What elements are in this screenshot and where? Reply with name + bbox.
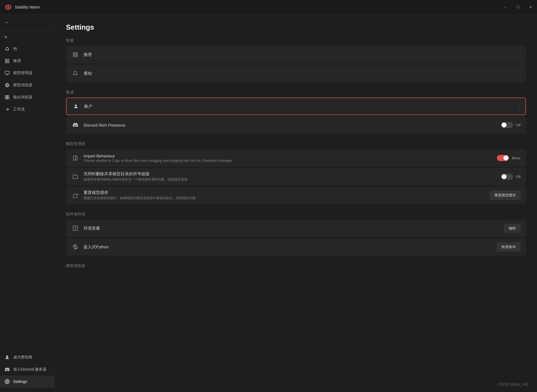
- svg-rect-12: [7, 98, 9, 99]
- sidebar-item-inference-label: 推理: [13, 59, 21, 63]
- sidebar-item-settings-label: Settings: [13, 379, 27, 384]
- refresh-icon: [71, 191, 79, 199]
- settings-row-inference[interactable]: 推理 ›: [66, 46, 526, 63]
- sidebar-item-workflows-label: 工作流: [13, 107, 25, 112]
- svg-point-13: [6, 355, 8, 358]
- sidebar-item-workflows[interactable]: 工作流: [0, 103, 55, 115]
- settings-panel: Settings 常规 推理 ›: [55, 14, 537, 392]
- notifications-row-right: ›: [519, 71, 521, 76]
- import-behaviour-toggle[interactable]: [497, 155, 509, 161]
- reset-cache-row-title: 重置模型缓存: [84, 190, 490, 195]
- close-button[interactable]: ✕: [524, 0, 537, 14]
- output-browser-icon: [4, 94, 10, 100]
- terminal-icon: [71, 224, 79, 232]
- reset-cache-row-content: 重置模型缓存 重建已安装模型的缓存。如果模型在模型浏览器中被错误标注，则使用此功…: [84, 190, 490, 201]
- svg-rect-5: [5, 62, 7, 63]
- svg-point-19: [75, 104, 77, 106]
- svg-rect-16: [76, 53, 77, 54]
- section-label-integrations: 集成: [66, 90, 526, 95]
- sidebar-bottom: 成为赞助商 加入Discord 服务器 Settings: [0, 349, 55, 390]
- embedded-python-row-title: 嵌入式Python: [84, 244, 497, 250]
- discord-rich-toggle[interactable]: [501, 122, 513, 128]
- embedded-python-row-content: 嵌入式Python: [84, 244, 497, 250]
- svg-rect-11: [5, 98, 7, 99]
- import-behaviour-toggle-label: Move: [512, 156, 521, 160]
- inference-row-content: 推理: [84, 52, 519, 57]
- window-controls: – ☐ ✕: [499, 0, 537, 14]
- sidebar-item-settings[interactable]: Settings: [0, 376, 55, 388]
- import-behaviour-row-content: Import Behaviour Choose whether to Copy …: [84, 154, 497, 163]
- sidebar: ← ≡ 包 推理: [0, 14, 55, 392]
- discord-rich-icon: [71, 121, 79, 129]
- sidebar-item-output-browser[interactable]: 输出浏览器: [0, 91, 55, 103]
- sidebar-item-inference[interactable]: 推理: [0, 55, 55, 67]
- python-icon: [71, 243, 79, 251]
- discord-rich-row-title: Discord Rich Presence: [84, 123, 501, 127]
- env-vars-row-title: 环境变量: [84, 226, 504, 231]
- settings-row-accounts[interactable]: 账户 ›: [66, 98, 526, 115]
- discord-rich-toggle-knob: [502, 123, 506, 127]
- accounts-row-content: 账户: [84, 104, 519, 109]
- settings-row-import-behaviour[interactable]: Import Behaviour Choose whether to Copy …: [66, 149, 526, 167]
- reset-cache-row-subtitle: 重建已安装模型的缓存。如果模型在模型浏览器中被错误标注，则使用此功能: [84, 196, 490, 201]
- svg-rect-23: [73, 226, 78, 231]
- inference-icon: [4, 58, 10, 64]
- settings-row-discord-rich[interactable]: Discord Rich Presence Off: [66, 116, 526, 134]
- notifications-chevron: ›: [519, 71, 521, 76]
- svg-rect-15: [73, 53, 75, 54]
- sidebar-item-model-manager[interactable]: 模型管理器: [0, 67, 55, 79]
- import-behaviour-row-title: Import Behaviour: [84, 154, 497, 158]
- maximize-button[interactable]: ☐: [512, 0, 524, 14]
- symlinks-row-subtitle: 如果您在将Stability Matrix移至另一个驱动器时遇到问题，请选择此选…: [84, 177, 501, 182]
- svg-rect-9: [5, 95, 7, 97]
- minimize-button[interactable]: –: [499, 0, 512, 14]
- person-icon: [72, 102, 80, 110]
- discord-icon: [4, 367, 10, 372]
- back-icon: ←: [4, 20, 9, 26]
- section-label-general: 常规: [66, 38, 526, 43]
- import-behaviour-toggle-knob: [503, 155, 508, 160]
- watermark: CSDN @ako_542: [498, 382, 529, 387]
- settings-row-env-vars[interactable]: 环境变量 编辑: [66, 219, 526, 237]
- symlinks-row-content: 关闭时删除共享模型目录的符号链接 如果您在将Stability Matrix移至…: [84, 171, 501, 182]
- svg-rect-4: [8, 59, 9, 60]
- workflows-icon: [4, 107, 10, 112]
- sidebar-hamburger-button[interactable]: ≡: [0, 31, 55, 43]
- settings-row-notifications[interactable]: 通知 ›: [66, 65, 526, 82]
- sidebar-back-button[interactable]: ←: [0, 16, 55, 29]
- sidebar-item-packages[interactable]: 包: [0, 43, 55, 55]
- symlinks-row-right: Off: [501, 174, 521, 180]
- svg-point-14: [7, 381, 8, 382]
- sidebar-item-patreon-label: 成为赞助商: [13, 355, 32, 360]
- inference-chevron: ›: [519, 52, 521, 57]
- import-behaviour-row-subtitle: Choose whether to Copy or Move files whe…: [84, 159, 497, 163]
- sidebar-item-model-browser[interactable]: 模型浏览器: [0, 79, 55, 91]
- embedded-python-button[interactable]: 检查版本: [497, 243, 521, 251]
- import-icon: [71, 154, 79, 162]
- model-manager-icon: [4, 70, 10, 76]
- section-label-model-manager: 模型管理器: [66, 141, 526, 146]
- discord-rich-toggle-label: Off: [516, 123, 521, 127]
- discord-rich-row-right: Off: [501, 122, 521, 128]
- section-label-model-browser: 模型浏览器: [66, 263, 526, 268]
- bell-icon: [71, 69, 79, 77]
- notifications-row-content: 通知: [84, 71, 519, 76]
- settings-title: Settings: [66, 23, 526, 32]
- section-label-software-env: 软件包环境: [66, 212, 526, 217]
- sidebar-item-discord[interactable]: 加入Discord 服务器: [0, 363, 55, 376]
- hamburger-icon: ≡: [4, 35, 7, 40]
- sidebar-item-model-browser-label: 模型浏览器: [13, 83, 32, 88]
- settings-row-embedded-python[interactable]: 嵌入式Python 检查版本: [66, 238, 526, 256]
- inference-row-right: ›: [519, 52, 521, 57]
- sidebar-item-packages-label: 包: [13, 46, 17, 51]
- env-vars-button[interactable]: 编辑: [504, 224, 521, 233]
- reset-cache-button[interactable]: 重置模型缓存: [490, 191, 521, 200]
- env-vars-row-content: 环境变量: [84, 226, 504, 231]
- accounts-chevron: ›: [519, 104, 520, 109]
- titlebar: Stability Matrix – ☐ ✕: [0, 0, 537, 14]
- sidebar-item-patreon[interactable]: 成为赞助商: [0, 351, 55, 363]
- settings-row-reset-cache[interactable]: 重置模型缓存 重建已安装模型的缓存。如果模型在模型浏览器中被错误标注，则使用此功…: [66, 187, 526, 204]
- settings-row-symlinks[interactable]: 关闭时删除共享模型目录的符号链接 如果您在将Stability Matrix移至…: [66, 168, 526, 185]
- sidebar-item-discord-label: 加入Discord 服务器: [13, 367, 46, 372]
- symlinks-toggle[interactable]: [501, 174, 513, 180]
